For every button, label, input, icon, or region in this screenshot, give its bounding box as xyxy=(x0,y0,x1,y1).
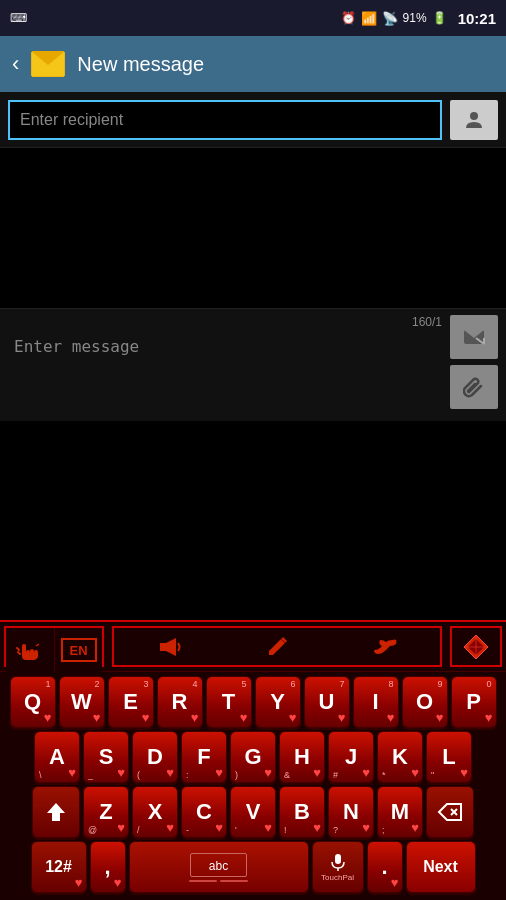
battery-icon: 🔋 xyxy=(432,11,447,25)
key-mic[interactable]: TouchPal xyxy=(312,841,364,893)
key-V[interactable]: V'♥ xyxy=(230,786,276,838)
message-input[interactable] xyxy=(8,331,442,411)
message-action-buttons xyxy=(450,315,498,415)
svg-point-2 xyxy=(470,112,478,120)
bird-button[interactable] xyxy=(372,636,398,658)
space-abc-box: abc xyxy=(190,853,247,877)
key-H[interactable]: H&♥ xyxy=(279,731,325,783)
time-label: 10:21 xyxy=(458,10,496,27)
lang-box: EN xyxy=(61,638,97,662)
key-U[interactable]: 7U♥ xyxy=(304,676,350,728)
backspace-icon xyxy=(437,802,463,822)
keyboard-tool-right-button[interactable] xyxy=(450,626,502,667)
language-button[interactable]: EN xyxy=(54,628,102,672)
header: ‹ New message xyxy=(0,36,506,92)
contact-icon xyxy=(462,108,486,132)
key-D[interactable]: D(♥ xyxy=(132,731,178,783)
key-shift[interactable] xyxy=(32,786,80,838)
svg-marker-13 xyxy=(47,803,65,821)
key-row-2: A\♥ S_♥ D(♥ F:♥ G)♥ H&♥ J#♥ K*♥ L"♥ xyxy=(2,731,504,783)
status-bar: ⌨ ⏰ 📶 📡 91% 🔋 10:21 xyxy=(0,0,506,36)
message-left-panel: 160/1 xyxy=(8,315,442,415)
key-X[interactable]: X/♥ xyxy=(132,786,178,838)
keyboard-container: EN xyxy=(0,620,506,900)
attach-button[interactable] xyxy=(450,365,498,409)
lang-label: EN xyxy=(69,643,87,658)
contact-picker-button[interactable] xyxy=(450,100,498,140)
char-counter: 160/1 xyxy=(8,315,442,329)
key-O[interactable]: 9O♥ xyxy=(402,676,448,728)
key-J[interactable]: J#♥ xyxy=(328,731,374,783)
key-N[interactable]: N?♥ xyxy=(328,786,374,838)
megaphone-button[interactable] xyxy=(156,636,182,658)
keyboard-toolbar: EN xyxy=(0,620,506,672)
key-Q[interactable]: 1Q♥ xyxy=(10,676,56,728)
bird-icon xyxy=(372,636,398,658)
touchpal-label: TouchPal xyxy=(321,873,354,882)
alarm-icon: ⏰ xyxy=(341,11,356,25)
key-row-3: Z@♥ X/♥ C-♥ V'♥ B!♥ N?♥ M;♥ xyxy=(2,786,504,838)
key-T[interactable]: 5T♥ xyxy=(206,676,252,728)
space-label: abc xyxy=(209,859,228,873)
send-message-button[interactable] xyxy=(450,315,498,359)
send-icon xyxy=(462,328,486,346)
diamond-icon xyxy=(462,633,490,661)
pen-icon xyxy=(265,635,289,659)
back-button[interactable]: ‹ xyxy=(12,51,19,77)
svg-rect-16 xyxy=(335,854,341,864)
comma-label: , xyxy=(104,856,110,878)
message-body-area xyxy=(0,148,506,308)
key-P[interactable]: 0P♥ xyxy=(451,676,497,728)
key-R[interactable]: 4R♥ xyxy=(157,676,203,728)
paperclip-icon xyxy=(463,376,485,398)
key-F[interactable]: F:♥ xyxy=(181,731,227,783)
key-S[interactable]: S_♥ xyxy=(83,731,129,783)
message-input-container: 160/1 xyxy=(0,308,506,421)
period-label: . xyxy=(381,856,387,878)
pen-button[interactable] xyxy=(265,635,289,659)
gesture-icon xyxy=(16,638,44,662)
key-space[interactable]: abc xyxy=(129,841,309,893)
gesture-button[interactable] xyxy=(6,628,54,672)
keyboard-keys: 1Q♥ 2W♥ 3E♥ 4R♥ 5T♥ 6Y♥ 7U♥ 8I♥ 9O♥ 0P♥ … xyxy=(0,672,506,900)
key-E[interactable]: 3E♥ xyxy=(108,676,154,728)
page-title: New message xyxy=(77,53,204,76)
key-M[interactable]: M;♥ xyxy=(377,786,423,838)
keyboard-lines xyxy=(189,880,248,882)
keyboard-tool-center xyxy=(112,626,442,667)
wifi-icon: 📶 xyxy=(361,11,377,26)
key-row-bottom: 12# ♥ , ♥ abc xyxy=(2,841,504,893)
key-C[interactable]: C-♥ xyxy=(181,786,227,838)
key-backspace[interactable] xyxy=(426,786,474,838)
signal-icon: 📡 xyxy=(382,11,398,26)
keyboard-tool-left: EN xyxy=(4,626,104,667)
battery-label: 91% xyxy=(403,11,427,25)
envelope-icon xyxy=(31,51,65,77)
key-row-1: 1Q♥ 2W♥ 3E♥ 4R♥ 5T♥ 6Y♥ 7U♥ 8I♥ 9O♥ 0P♥ xyxy=(2,676,504,728)
key-period[interactable]: . ♥ xyxy=(367,841,403,893)
megaphone-icon xyxy=(156,636,182,658)
key-next[interactable]: Next xyxy=(406,841,476,893)
keyboard-icon: ⌨ xyxy=(10,11,27,25)
svg-rect-8 xyxy=(160,643,163,651)
key-K[interactable]: K*♥ xyxy=(377,731,423,783)
mic-icon xyxy=(328,852,348,872)
key-numbers[interactable]: 12# ♥ xyxy=(31,841,87,893)
shift-icon xyxy=(45,801,67,823)
key-I[interactable]: 8I♥ xyxy=(353,676,399,728)
numbers-label: 12# xyxy=(45,859,72,875)
key-A[interactable]: A\♥ xyxy=(34,731,80,783)
email-icon xyxy=(31,51,65,77)
key-B[interactable]: B!♥ xyxy=(279,786,325,838)
key-G[interactable]: G)♥ xyxy=(230,731,276,783)
recipient-input[interactable] xyxy=(8,100,442,140)
next-label: Next xyxy=(423,859,458,875)
key-comma[interactable]: , ♥ xyxy=(90,841,126,893)
key-Z[interactable]: Z@♥ xyxy=(83,786,129,838)
key-Y[interactable]: 6Y♥ xyxy=(255,676,301,728)
recipient-area xyxy=(0,92,506,148)
key-W[interactable]: 2W♥ xyxy=(59,676,105,728)
key-L[interactable]: L"♥ xyxy=(426,731,472,783)
svg-line-7 xyxy=(36,644,39,646)
